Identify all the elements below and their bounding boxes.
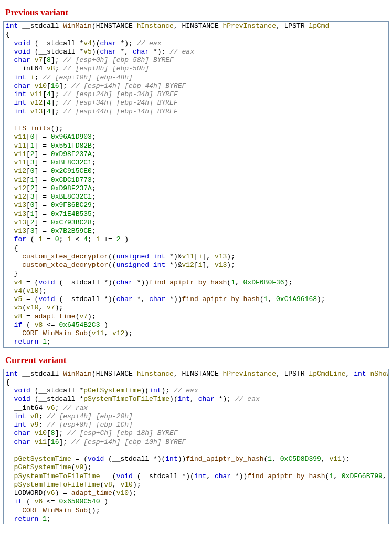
code-line: v12[1] = 0xCDC1D773;	[6, 176, 386, 184]
code-line: int v9; // [esp+8h] [ebp-1Ch]	[6, 421, 386, 429]
code-line: char v7[8]; // [esp+0h] [ebp-58h] BYREF	[6, 56, 386, 65]
code-line: v11[0] = 0x96A1D903;	[6, 133, 386, 141]
code-line: v12[0] = 0x2C915CE0;	[6, 167, 386, 175]
section-title-previous: Previous variant	[5, 7, 389, 18]
code-line: pGetSystemTime = (void (__stdcall *)(int…	[6, 455, 386, 463]
code-line: v11[1] = 0x551FD82B;	[6, 142, 386, 150]
code-line: v8 = adapt_time(v7);	[6, 313, 386, 321]
code-line: {	[6, 30, 386, 39]
code-line: return 1;	[6, 515, 386, 523]
code-line: }	[6, 270, 386, 278]
code-line: v13[0] = 0x9FB6BC29;	[6, 201, 386, 210]
code-line: v4(v10);	[6, 287, 386, 295]
code-line: v12[2] = 0xD98F237A;	[6, 184, 386, 193]
code-line: v5 = (void (__stdcall *)(char *, char *)…	[6, 295, 386, 304]
code-line: pGetSystemTime(v9);	[6, 463, 386, 472]
code-line: custom_xtea_decryptor((unsigned int *)&v…	[6, 253, 386, 261]
code-line	[6, 116, 386, 125]
code-line: {	[6, 378, 386, 387]
code-line: int __stdcall WinMain(HINSTANCE hInstanc…	[6, 22, 386, 30]
code-line: v13[1] = 0x71E4B535;	[6, 210, 386, 219]
code-line: int v11[4]; // [esp+24h] [ebp-34h] BYREF	[6, 90, 386, 99]
code-line: int __stdcall WinMain(HINSTANCE hInstanc…	[6, 370, 386, 378]
code-line: int v12[4]; // [esp+34h] [ebp-24h] BYREF	[6, 99, 386, 107]
code-line: v12[3] = 0xBE8C32C1;	[6, 193, 386, 201]
code-line: void (__stdcall *v5)(char *, char *); //…	[6, 48, 386, 56]
code-line: v13[3] = 0x7B2B59CE;	[6, 227, 386, 235]
code-line: char v10[16]; // [esp+14h] [ebp-44h] BYR…	[6, 82, 386, 90]
code-line: if ( v6 <= 0x6500C540 )	[6, 498, 386, 506]
code-line: v11[2] = 0xD98F237A;	[6, 150, 386, 159]
code-line: __int64 v8; // [esp+8h] [ebp-50h]	[6, 65, 386, 73]
code-line: pSystemTimeToFileTime(v8, v10);	[6, 481, 386, 489]
code-line: {	[6, 244, 386, 253]
code-block-previous: int __stdcall WinMain(HINSTANCE hInstanc…	[3, 21, 389, 348]
code-line: TLS_inits();	[6, 125, 386, 133]
code-line: __int64 v6; // rax	[6, 404, 386, 412]
code-line: CORE_WinMain_Sub();	[6, 506, 386, 515]
code-line: char v11[16]; // [esp+14h] [ebp-10h] BYR…	[6, 438, 386, 447]
section-title-current: Current variant	[5, 355, 389, 366]
code-line: v11[3] = 0xBE8C32C1;	[6, 159, 386, 167]
code-line: pSystemTimeToFileTime = (void (__stdcall…	[6, 472, 386, 481]
code-line: CORE_WinMain_Sub(v11, v12);	[6, 329, 386, 338]
code-line: LODWORD(v6) = adapt_time(v10);	[6, 489, 386, 498]
code-line: void (__stdcall *pGetSystemTime)(int); /…	[6, 387, 386, 395]
code-line: char v10[8]; // [esp+Ch] [ebp-18h] BYREF	[6, 429, 386, 438]
code-line: v5(v10, v7);	[6, 304, 386, 312]
code-line: int v13[4]; // [esp+44h] [ebp-14h] BYREF	[6, 108, 386, 116]
copyright-footer: © 2023 ThreatLabz	[3, 532, 389, 538]
code-line: return 1;	[6, 338, 386, 346]
code-block-current: int __stdcall WinMain(HINSTANCE hInstanc…	[3, 369, 389, 525]
code-line	[6, 447, 386, 455]
code-line: for ( i = 0; i < 4; i += 2 )	[6, 235, 386, 244]
code-line: int v8; // [esp+4h] [ebp-20h]	[6, 412, 386, 421]
code-line: v13[2] = 0xC793BC28;	[6, 219, 386, 227]
code-line: int i; // [esp+10h] [ebp-48h]	[6, 74, 386, 82]
code-line: v4 = (void (__stdcall *)(char *))find_ap…	[6, 278, 386, 287]
code-line: void (__stdcall *pSystemTimeToFileTime)(…	[6, 395, 386, 404]
code-line: void (__stdcall *v4)(char *); // eax	[6, 39, 386, 48]
code-line: custom_xtea_decryptor((unsigned int *)&v…	[6, 261, 386, 270]
code-line: if ( v8 <= 0x6454B2C3 )	[6, 321, 386, 329]
